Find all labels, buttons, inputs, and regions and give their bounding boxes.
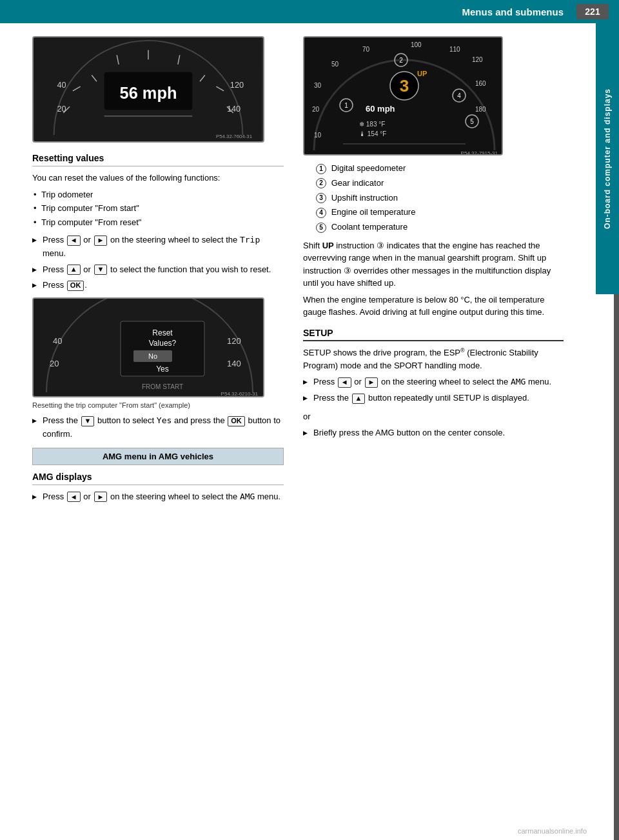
page-number: 221 <box>576 4 609 19</box>
setup-brief-list: Briefly press the AMG button on the cent… <box>303 426 564 440</box>
side-tab: On-board computer and displays <box>596 23 619 294</box>
numbered-item-1: 1 Digital speedometer <box>303 162 564 175</box>
setup-intro: SETUP shows the drive program, the ESP® … <box>303 346 564 372</box>
numbered-item-4: 4 Engine oil temperature <box>303 206 564 219</box>
svg-text:110: 110 <box>449 46 460 53</box>
svg-text:❄  183 °F: ❄ 183 °F <box>359 121 385 128</box>
amg-right-btn[interactable]: ► <box>94 492 108 502</box>
svg-text:120: 120 <box>227 336 241 346</box>
circle-5: 5 <box>316 223 326 233</box>
svg-text:40: 40 <box>53 336 62 346</box>
item-4-label: Engine oil temperature <box>331 207 416 217</box>
svg-text:140: 140 <box>227 105 241 114</box>
svg-text:160: 160 <box>475 80 486 87</box>
svg-text:56 mph: 56 mph <box>120 84 177 102</box>
item-2-label: Gear indicator <box>331 178 384 188</box>
numbered-item-5: 5 Coolant temperature <box>303 221 564 234</box>
resetting-arrow-list: Press ◄ or ► on the steering wheel to se… <box>32 234 284 292</box>
list-item: Trip computer "From reset" <box>32 216 284 229</box>
amg-arrow-item: Press ◄ or ► on the steering wheel to se… <box>32 490 284 504</box>
trip-caption: Resetting the trip computer "From start"… <box>32 401 284 409</box>
svg-text:140: 140 <box>227 359 241 368</box>
svg-text:FROM START: FROM START <box>142 383 183 390</box>
arrow-item-2: Press ▲ or ▼ to select the function that… <box>32 263 284 277</box>
circle-2: 2 <box>316 178 326 188</box>
svg-text:180: 180 <box>475 106 486 113</box>
side-tab-label: On-board computer and displays <box>603 88 612 229</box>
main-content: 20 40 120 140 56 mph P54.32-7604-31 Rese… <box>0 23 596 522</box>
svg-text:5: 5 <box>470 118 474 125</box>
list-item: Trip computer "From start" <box>32 202 284 215</box>
svg-text:20: 20 <box>312 106 320 113</box>
svg-text:100: 100 <box>411 41 422 48</box>
svg-text:Values?: Values? <box>149 339 177 348</box>
svg-text:P54.32-7915-31: P54.32-7915-31 <box>461 150 498 155</box>
press-yes-list: Press the ▼ button to select Yes and pre… <box>32 414 284 441</box>
amg-left-btn[interactable]: ◄ <box>67 492 81 502</box>
svg-text:70: 70 <box>362 46 370 53</box>
gauge-numbered-list: 1 Digital speedometer 2 Gear indicator 3… <box>303 162 564 234</box>
right-column: 10 20 30 50 70 100 110 120 160 180 1 2 3 <box>303 36 564 509</box>
svg-text:UP: UP <box>417 70 427 77</box>
svg-text:🌡  154 °F: 🌡 154 °F <box>359 130 386 137</box>
svg-text:Yes: Yes <box>156 365 169 374</box>
setup-title: SETUP <box>303 328 564 341</box>
svg-text:20: 20 <box>50 359 59 368</box>
ok-btn[interactable]: OK <box>67 281 84 291</box>
right-arrow-btn[interactable]: ► <box>94 235 108 246</box>
shift-text-para1: Shift UP instruction ③ indicates that th… <box>303 239 564 290</box>
numbered-item-3: 3 Upshift instruction <box>303 192 564 205</box>
svg-text:60 mph: 60 mph <box>366 104 395 114</box>
svg-text:120: 120 <box>472 56 483 63</box>
circle-4: 4 <box>316 208 326 218</box>
arrow-item-1: Press ◄ or ► on the steering wheel to se… <box>32 234 284 261</box>
right-gauge-image: 10 20 30 50 70 100 110 120 160 180 1 2 3 <box>303 36 503 155</box>
down-arrow-btn[interactable]: ▼ <box>94 265 108 275</box>
down-btn-yes[interactable]: ▼ <box>81 416 95 426</box>
left-arrow-btn[interactable]: ◄ <box>67 235 81 246</box>
list-item: Trip odometer <box>32 188 284 201</box>
svg-text:10: 10 <box>314 132 322 139</box>
numbered-item-2: 2 Gear indicator <box>303 177 564 190</box>
watermark: carmanualsonline.info <box>518 827 587 835</box>
amg-menu-box: AMG menu in AMG vehicles <box>32 448 284 465</box>
svg-text:P54.32-6210-31: P54.32-6210-31 <box>221 391 259 397</box>
brief-press-text: Briefly press the AMG button on the cent… <box>313 428 505 437</box>
svg-text:Reset: Reset <box>152 328 173 337</box>
speedometer-image: 20 40 120 140 56 mph P54.32-7604-31 <box>32 36 264 143</box>
item-1-label: Digital speedometer <box>331 163 406 173</box>
setup-arrow-2: Press the ▲ button repeatedly until SETU… <box>303 392 564 405</box>
svg-text:120: 120 <box>230 81 244 90</box>
svg-text:50: 50 <box>331 61 339 68</box>
up-arrow-btn[interactable]: ▲ <box>67 265 81 275</box>
svg-text:40: 40 <box>57 81 66 90</box>
resetting-values-title: Resetting values <box>32 153 284 166</box>
setup-arrow-1: Press ◄ or ► on the steering wheel to se… <box>303 375 564 389</box>
item-3-label: Upshift instruction <box>331 193 398 203</box>
svg-text:P54.32-7604-31: P54.32-7604-31 <box>216 134 252 139</box>
circle-1: 1 <box>316 164 326 174</box>
resetting-values-intro: You can reset the values of the followin… <box>32 172 284 185</box>
setup-right-btn[interactable]: ► <box>365 377 378 388</box>
svg-text:1: 1 <box>344 102 348 109</box>
setup-up-btn[interactable]: ▲ <box>352 394 366 404</box>
amg-displays-arrow-list: Press ◄ or ► on the steering wheel to se… <box>32 490 284 504</box>
item-5-label: Coolant temperature <box>331 222 408 232</box>
left-column: 20 40 120 140 56 mph P54.32-7604-31 Rese… <box>32 36 284 509</box>
svg-text:20: 20 <box>57 105 66 114</box>
shift-text-para2: When the engine temperature is below 80 … <box>303 294 564 319</box>
page-section-title: Menus and submenus <box>0 6 576 17</box>
ok-confirm-btn[interactable]: OK <box>228 416 245 426</box>
svg-text:2: 2 <box>399 57 403 64</box>
svg-text:30: 30 <box>314 82 322 89</box>
circle-3: 3 <box>316 193 326 203</box>
svg-text:No: No <box>148 352 157 360</box>
resetting-bullet-list: Trip odometer Trip computer "From start"… <box>32 188 284 229</box>
or-text: or <box>303 410 564 423</box>
setup-brief-item: Briefly press the AMG button on the cent… <box>303 426 564 440</box>
header-bar: Menus and submenus 221 <box>0 0 619 23</box>
setup-left-btn[interactable]: ◄ <box>338 377 351 388</box>
svg-text:3: 3 <box>400 76 409 95</box>
trip-reset-image: 20 40 120 140 Reset Values? No Yes FROM … <box>32 297 264 397</box>
setup-arrow-list: Press ◄ or ► on the steering wheel to se… <box>303 375 564 405</box>
